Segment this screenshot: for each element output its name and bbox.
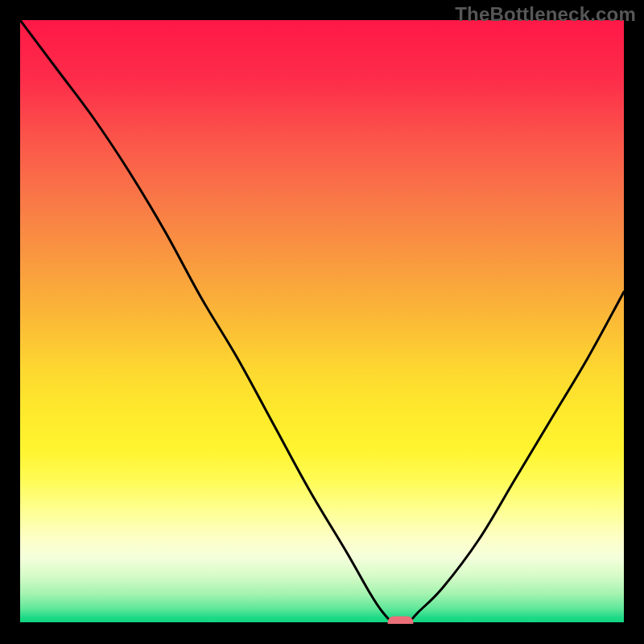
plot-area	[20, 20, 624, 624]
chart-svg	[20, 20, 624, 624]
watermark-text: TheBottleneck.com	[455, 3, 636, 26]
bottleneck-curve	[20, 20, 624, 624]
optimum-marker	[388, 617, 414, 625]
chart-frame: TheBottleneck.com	[0, 0, 644, 644]
